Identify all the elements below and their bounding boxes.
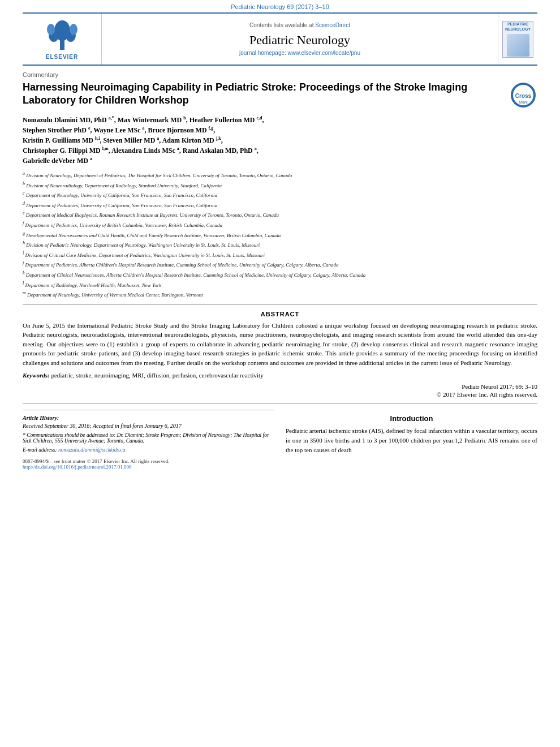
author-4: Christopher G. Filippi MD l,m, Alexandra… bbox=[23, 147, 259, 154]
svg-point-5 bbox=[70, 24, 77, 35]
svg-text:Cross: Cross bbox=[515, 93, 532, 99]
affiliation-m: m Department of Neurology, University of… bbox=[23, 290, 537, 299]
comm-note: * Communications should be addressed to:… bbox=[23, 432, 274, 444]
affiliation-k: k Department of Clinical Neurosciences, … bbox=[23, 270, 537, 279]
introduction-section: Introduction Pediatric arterial ischemic… bbox=[286, 410, 537, 455]
affiliation-f: f Department of Pediatrics, University o… bbox=[23, 220, 537, 229]
crossmark-icon[interactable]: Cross Mark bbox=[509, 81, 537, 109]
abstract-text: On June 5, 2015 the International Pediat… bbox=[23, 321, 537, 368]
article-title: Harnessing Neuroimaging Capability in Pe… bbox=[23, 81, 509, 108]
affiliation-j: j Department of Pediatrics, Alberta Chil… bbox=[23, 260, 537, 269]
affiliation-l: l Department of Radiology, Northwell Hea… bbox=[23, 280, 537, 289]
mini-logo-text: PEDIATRICNEUROLOGY bbox=[505, 22, 531, 32]
right-column: Introduction Pediatric arterial ischemic… bbox=[286, 410, 537, 470]
introduction-heading: Introduction bbox=[286, 414, 537, 423]
affiliation-c: c Department of Neurology, University of… bbox=[23, 190, 537, 199]
issn-line: 0887-8994/$ – see front matter © 2017 El… bbox=[23, 458, 274, 464]
elsevier-wordmark: ELSEVIER bbox=[46, 54, 78, 60]
two-column-section: Article History: Received September 30, … bbox=[23, 410, 537, 470]
authors-section: Nomazulu Dlamini MD, PhD a,*, Max Winter… bbox=[23, 115, 537, 166]
affiliation-b: b Division of Neuroradiology, Department… bbox=[23, 181, 537, 190]
elsevier-logo-section: ELSEVIER bbox=[23, 14, 102, 65]
keywords: pediatric, stroke, neuroimaging, MRI, di… bbox=[51, 372, 263, 379]
section-divider bbox=[23, 304, 537, 305]
affiliation-e: e Department of Medical Biophysics, Rotm… bbox=[23, 210, 537, 219]
journal-banner: ELSEVIER Contents lists available at Sci… bbox=[23, 12, 537, 66]
author-1: Nomazulu Dlamini MD, PhD a,*, Max Winter… bbox=[23, 116, 264, 124]
contents-text: Contents lists available at ScienceDirec… bbox=[249, 22, 350, 28]
journal-mini-logo-section: PEDIATRICNEUROLOGY bbox=[498, 14, 537, 65]
article-history-box: Article History: Received September 30, … bbox=[23, 410, 274, 453]
authors-list: Nomazulu Dlamini MD, PhD a,*, Max Winter… bbox=[23, 115, 537, 166]
affiliation-a: a Division of Neurology, Department of P… bbox=[23, 170, 537, 179]
journal-homepage: journal homepage: www.elsevier.com/locat… bbox=[239, 50, 360, 56]
copyright-line: © 2017 Elsevier Inc. All rights reserved… bbox=[23, 391, 537, 398]
svg-rect-6 bbox=[60, 40, 64, 50]
email-label: E-mail address: bbox=[23, 447, 57, 453]
affiliation-d: d Department of Pediatrics, University o… bbox=[23, 200, 537, 209]
affiliations-section: a Division of Neurology, Department of P… bbox=[23, 170, 537, 299]
journal-title-banner: Pediatric Neurology bbox=[249, 33, 350, 48]
elsevier-tree-icon bbox=[42, 18, 82, 52]
affiliation-h: h Division of Pediatric Neurology, Depar… bbox=[23, 240, 537, 249]
journal-banner-center: Contents lists available at ScienceDirec… bbox=[102, 14, 498, 65]
author-2: Stephen Strother PhD e, Wayne Lee MSc a,… bbox=[23, 126, 215, 134]
author-3: Kristin P. Guilliams MD h,i, Steven Mill… bbox=[23, 136, 223, 144]
footer-info: 0887-8994/$ – see front matter © 2017 El… bbox=[23, 458, 274, 470]
introduction-text: Pediatric arterial ischemic stroke (AIS)… bbox=[286, 426, 537, 455]
comm-label: * Communications should be addressed to: bbox=[23, 432, 115, 438]
email-note: E-mail address: nomazulu.dlamini@sickkid… bbox=[23, 447, 274, 453]
affiliation-g: g Developmental Neurosciences and Child … bbox=[23, 230, 537, 239]
svg-point-4 bbox=[47, 24, 55, 35]
abstract-section: ABSTRACT On June 5, 2015 the Internation… bbox=[23, 311, 537, 398]
keywords-line: Keywords: pediatric, stroke, neuroimagin… bbox=[23, 372, 537, 379]
email-address[interactable]: nomazulu.dlamini@sickkids.ca bbox=[58, 447, 126, 453]
abstract-label: ABSTRACT bbox=[23, 311, 537, 317]
journal-mini-logo: PEDIATRICNEUROLOGY bbox=[502, 21, 533, 58]
article-history-title: Article History: bbox=[23, 415, 274, 421]
section-divider-2 bbox=[23, 403, 537, 404]
keywords-label: Keywords: bbox=[23, 372, 50, 379]
article-category: Commentary bbox=[23, 71, 537, 78]
journal-ref-bar: Pediatric Neurology 69 (2017) 3–10 bbox=[0, 0, 560, 12]
doi-line[interactable]: http://dx.doi.org/10.1016/j.pediatrneuro… bbox=[23, 464, 274, 470]
journal-ref: Pediatric Neurology 69 (2017) 3–10 bbox=[231, 3, 329, 10]
main-content: Commentary Harnessing Neuroimaging Capab… bbox=[23, 66, 537, 475]
elsevier-logo: ELSEVIER bbox=[42, 18, 82, 60]
left-column: Article History: Received September 30, … bbox=[23, 410, 274, 470]
author-5: Gabrielle deVeber MD a bbox=[23, 157, 92, 165]
affiliation-i: i Division of Critical Care Medicine, De… bbox=[23, 250, 537, 259]
svg-text:Mark: Mark bbox=[519, 100, 528, 104]
citation-line: Pediatr Neurol 2017; 69: 3–10 bbox=[23, 383, 537, 390]
received-date: Received September 30, 2016; Accepted in… bbox=[23, 423, 274, 429]
sciencedirect-link[interactable]: ScienceDirect bbox=[315, 22, 350, 28]
article-title-row: Harnessing Neuroimaging Capability in Pe… bbox=[23, 81, 537, 109]
